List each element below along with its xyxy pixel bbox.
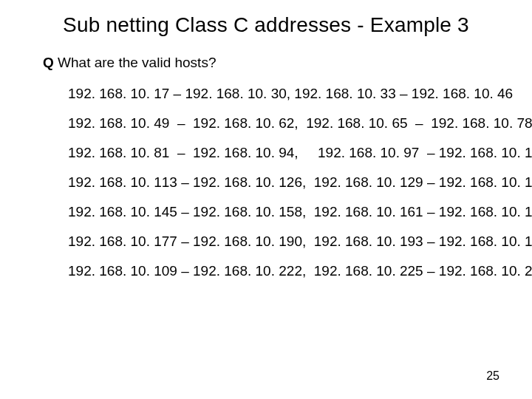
answer-row: 192. 168. 10. 177 – 192. 168. 10. 190, 1… — [68, 233, 502, 250]
answer-row: 192. 168. 10. 145 – 192. 168. 10. 158, 1… — [68, 204, 502, 220]
slide-container: Sub netting Class C addresses - Example … — [0, 0, 532, 399]
answer-row: 192. 168. 10. 113 – 192. 168. 10. 126, 1… — [68, 174, 502, 191]
answer-row: 192. 168. 10. 81 – 192. 168. 10. 94, 192… — [68, 145, 502, 161]
question-line: Q What are the valid hosts? — [43, 55, 502, 71]
answer-row: 192. 168. 10. 109 – 192. 168. 10. 222, 1… — [68, 263, 502, 279]
question-text: What are the valid hosts? — [54, 55, 216, 70]
slide-title: Sub netting Class C addresses - Example … — [30, 13, 502, 37]
page-number: 25 — [486, 369, 499, 383]
answer-rows: 192. 168. 10. 17 – 192. 168. 10. 30, 192… — [68, 86, 502, 279]
answer-row: 192. 168. 10. 49 – 192. 168. 10. 62, 192… — [68, 115, 502, 132]
question-label: Q — [43, 55, 54, 70]
answer-row: 192. 168. 10. 17 – 192. 168. 10. 30, 192… — [68, 86, 502, 102]
